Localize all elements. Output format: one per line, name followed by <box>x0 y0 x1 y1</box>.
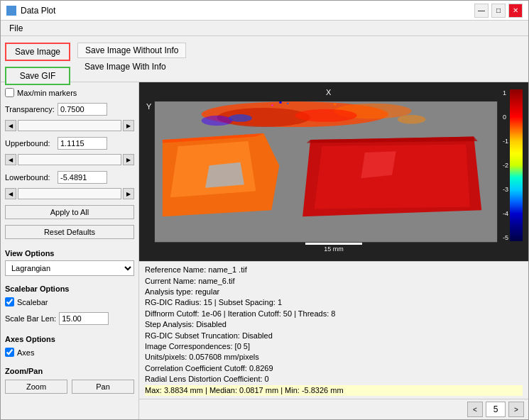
save-image-with-info-item[interactable]: Save Image With Info <box>77 60 186 74</box>
svg-point-7 <box>229 114 252 122</box>
svg-point-5 <box>295 109 357 122</box>
main-content: Max/min markers Transparency: ◀ ▶ Upperb… <box>1 82 528 419</box>
window-title: Data Plot <box>21 6 55 16</box>
scale-bar-len-row: Scale Bar Len: <box>5 312 134 325</box>
transparency-row: Transparency: <box>5 103 134 116</box>
view-options-label: View Options <box>5 249 134 258</box>
upperbound-slider-track[interactable] <box>18 154 121 165</box>
lowerbound-label: Lowerbound: <box>5 173 55 182</box>
info-line-1: Reference Name: name_1 .tif <box>145 265 523 275</box>
svg-point-8 <box>398 115 425 124</box>
window-icon <box>6 6 16 16</box>
colorbar-val-7: -5 <box>503 234 508 241</box>
upperbound-input[interactable] <box>58 137 107 150</box>
transparency-slider-track[interactable] <box>18 120 121 131</box>
upperbound-label: Upperbound: <box>5 139 55 148</box>
max-min-markers-checkbox[interactable] <box>5 88 14 97</box>
upperbound-slider-row: ◀ ▶ <box>5 154 134 165</box>
info-area: Reference Name: name_1 .tif Current Name… <box>139 261 528 399</box>
plot-image: X Y 15 mm 1 0 -1 -2 -3 -4 <box>139 82 528 261</box>
save-image-without-info-item[interactable]: Save Image Without Info <box>77 43 186 58</box>
svg-rect-19 <box>271 105 273 106</box>
zoom-button[interactable]: Zoom <box>5 380 67 394</box>
colorbar-val-6: -4 <box>503 210 508 217</box>
info-line-3: Analysis type: regular <box>145 287 523 297</box>
info-line-12: Max: 3.8834 mm | Median: 0.0817 mm | Min… <box>145 385 523 396</box>
view-options-dropdown[interactable]: Lagrangian Eulerian <box>5 260 134 276</box>
image-area: X Y 15 mm 1 0 -1 -2 -3 -4 <box>139 82 528 261</box>
main-window: Data Plot — □ ✕ File Save Image Save GIF… <box>0 0 529 420</box>
zoom-pan-label: Zoom/Pan <box>5 367 134 375</box>
upperbound-row: Upperbound: <box>5 137 134 150</box>
minimize-button[interactable]: — <box>474 4 489 18</box>
transparency-input[interactable] <box>58 103 107 116</box>
pan-button[interactable]: Pan <box>72 380 134 394</box>
svg-marker-16 <box>361 151 396 178</box>
y-axis-label: Y <box>146 102 151 111</box>
colorbar-val-2: 0 <box>503 114 508 121</box>
scale-bar-line <box>305 243 362 245</box>
svg-point-6 <box>202 116 233 126</box>
scale-bar: 15 mm <box>305 243 362 253</box>
page-nav: < 5 > <box>139 399 528 419</box>
info-line-7: RG-DIC Subset Truncation: Disabled <box>145 331 523 341</box>
axes-label: Axes <box>17 348 67 357</box>
transparency-label: Transparency: <box>5 105 55 114</box>
svg-rect-20 <box>334 104 336 106</box>
prev-page-button[interactable]: < <box>467 402 483 417</box>
svg-rect-17 <box>279 101 281 104</box>
menu-bar: File <box>1 21 528 36</box>
file-menu[interactable]: File <box>4 22 28 35</box>
lowerbound-row: Lowerbound: <box>5 171 134 184</box>
colorbar-val-3: -1 <box>503 138 508 145</box>
reset-defaults-button[interactable]: Reset Defaults <box>5 225 134 239</box>
svg-rect-18 <box>287 103 288 104</box>
scalebar-row: Scalebar <box>5 297 134 306</box>
max-min-markers-label: Max/min markers <box>17 89 77 97</box>
title-bar-left: Data Plot <box>6 6 55 16</box>
info-line-9: Units/pixels: 0.057608 mm/pixels <box>145 352 523 363</box>
save-gif-button[interactable]: Save GIF <box>5 67 70 85</box>
info-line-5: Diffnorm Cutoff: 1e-06 | Iteration Cutof… <box>145 309 523 319</box>
upperbound-slider-left[interactable]: ◀ <box>5 154 16 165</box>
left-panel: Max/min markers Transparency: ◀ ▶ Upperb… <box>1 82 139 419</box>
current-page: 5 <box>486 402 506 417</box>
colorbar-val-4: -2 <box>503 162 508 169</box>
colorbar-val-1: 1 <box>503 89 508 96</box>
colorbar-labels: 1 0 -1 -2 -3 -4 -5 <box>503 89 508 241</box>
info-line-8: Image Correspondences: [0 5] <box>145 341 523 352</box>
x-axis-label: X <box>326 88 331 96</box>
lowerbound-slider-row: ◀ ▶ <box>5 188 134 199</box>
title-bar: Data Plot — □ ✕ <box>1 1 528 21</box>
axes-row: Axes <box>5 348 134 357</box>
upperbound-slider-right[interactable]: ▶ <box>123 154 134 165</box>
colorbar-val-5: -3 <box>503 186 508 193</box>
plot-svg <box>139 82 528 261</box>
scalebar-label: Scalebar <box>17 298 67 306</box>
info-line-11: Radial Lens Distortion Coefficient: 0 <box>145 374 523 385</box>
lowerbound-input[interactable] <box>58 171 107 184</box>
info-line-6: Step Analysis: Disabled <box>145 319 523 330</box>
lowerbound-slider-left[interactable]: ◀ <box>5 188 16 199</box>
close-button[interactable]: ✕ <box>508 4 523 18</box>
scalebar-checkbox[interactable] <box>5 297 14 306</box>
maximize-button[interactable]: □ <box>491 4 506 18</box>
info-line-2: Current Name: name_6.tif <box>145 276 523 287</box>
scale-bar-len-label: Scale Bar Len: <box>5 314 56 323</box>
scalebar-options-label: Scalebar Options <box>5 284 134 293</box>
transparency-slider-row: ◀ ▶ <box>5 120 134 131</box>
save-image-button[interactable]: Save Image <box>5 43 70 61</box>
axes-checkbox[interactable] <box>5 348 14 357</box>
apply-all-button[interactable]: Apply to All <box>5 205 134 219</box>
colorbar <box>510 89 523 241</box>
next-page-button[interactable]: > <box>508 402 524 417</box>
lowerbound-slider-right[interactable]: ▶ <box>123 188 134 199</box>
zoom-pan-row: Zoom Pan <box>5 378 134 395</box>
lowerbound-slider-track[interactable] <box>18 188 121 199</box>
svg-marker-12 <box>205 162 244 188</box>
scale-bar-len-input[interactable] <box>59 312 109 325</box>
info-line-10: Correlation Coefficient Cutoff: 0.8269 <box>145 363 523 374</box>
transparency-slider-right[interactable]: ▶ <box>123 120 134 131</box>
transparency-slider-left[interactable]: ◀ <box>5 120 16 131</box>
title-controls: — □ ✕ <box>474 4 523 18</box>
